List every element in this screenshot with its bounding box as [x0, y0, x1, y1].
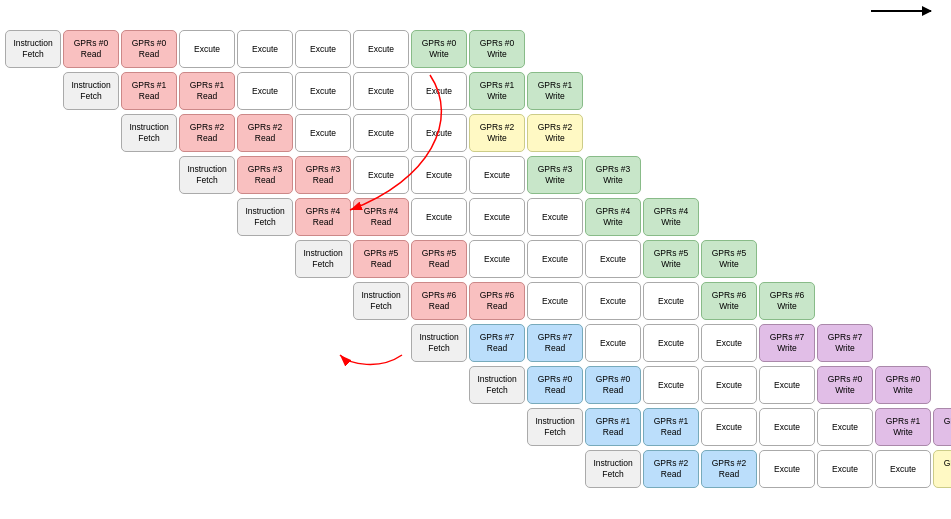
- pipeline-cell: Excute: [469, 240, 525, 278]
- pipeline-cell: Excute: [353, 114, 409, 152]
- clock-arrow-line: [871, 10, 931, 12]
- pipeline-diagram: Instruction FetchGPRs #0 ReadGPRs #0 Rea…: [0, 0, 951, 519]
- pipeline-cell: GPRs #1 Read: [585, 408, 641, 446]
- pipeline-cell: Instruction Fetch: [121, 114, 177, 152]
- pipeline-cell: Excute: [527, 282, 583, 320]
- pipeline-cell: Excute: [817, 408, 873, 446]
- pipeline-cell: GPRs #2 Write: [933, 450, 951, 488]
- pipeline-cell: GPRs #0 Write: [411, 30, 467, 68]
- pipeline-cell: Instruction Fetch: [585, 450, 641, 488]
- pipeline-cell: GPRs #0 Read: [121, 30, 177, 68]
- pipeline-cell: Excute: [817, 450, 873, 488]
- pipeline-cell: GPRs #7 Read: [469, 324, 525, 362]
- pipeline-cell: Excute: [411, 198, 467, 236]
- pipeline-cell: GPRs #5 Read: [411, 240, 467, 278]
- pipeline-cell: Excute: [585, 324, 641, 362]
- pipeline-cell: GPRs #1 Read: [121, 72, 177, 110]
- pipeline-cell: Instruction Fetch: [411, 324, 467, 362]
- pipeline-cell: Excute: [353, 156, 409, 194]
- pipeline-cell: GPRs #3 Write: [527, 156, 583, 194]
- pipeline-cell: Excute: [295, 30, 351, 68]
- pipeline-cell: Excute: [469, 198, 525, 236]
- pipeline-cell: GPRs #0 Read: [527, 366, 583, 404]
- pipeline-cell: Instruction Fetch: [179, 156, 235, 194]
- pipeline-cell: GPRs #5 Read: [353, 240, 409, 278]
- pipeline-cell: GPRs #4 Read: [295, 198, 351, 236]
- pipeline-cell: Excute: [411, 156, 467, 194]
- pipeline-cell: GPRs #2 Write: [469, 114, 525, 152]
- pipeline-cell: GPRs #6 Write: [701, 282, 757, 320]
- pipeline-cell: GPRs #7 Write: [817, 324, 873, 362]
- pipeline-cell: GPRs #0 Read: [63, 30, 119, 68]
- pipeline-cell: Excute: [295, 114, 351, 152]
- pipeline-cell: GPRs #6 Read: [411, 282, 467, 320]
- pipeline-cell: Instruction Fetch: [5, 30, 61, 68]
- pipeline-cell: Excute: [759, 450, 815, 488]
- pipeline-cell: Excute: [179, 30, 235, 68]
- pipeline-cell: Excute: [759, 408, 815, 446]
- pipeline-cell: Excute: [411, 72, 467, 110]
- pipeline-cell: Excute: [701, 408, 757, 446]
- pipeline-cell: Instruction Fetch: [237, 198, 293, 236]
- pipeline-cell: Excute: [585, 282, 641, 320]
- pipeline-cell: GPRs #3 Write: [585, 156, 641, 194]
- pipeline-cell: GPRs #0 Write: [469, 30, 525, 68]
- pipeline-cell: Instruction Fetch: [353, 282, 409, 320]
- pipeline-cell: GPRs #0 Write: [875, 366, 931, 404]
- pipeline-cell: Excute: [759, 366, 815, 404]
- pipeline-cell: Instruction Fetch: [527, 408, 583, 446]
- pipeline-cell: Excute: [701, 324, 757, 362]
- pipeline-cell: Excute: [701, 366, 757, 404]
- pipeline-cell: Excute: [527, 240, 583, 278]
- pipeline-cell: GPRs #2 Read: [179, 114, 235, 152]
- pipeline-cell: GPRs #1 Write: [469, 72, 525, 110]
- pipeline-cell: GPRs #2 Read: [701, 450, 757, 488]
- pipeline-cell: GPRs #6 Write: [759, 282, 815, 320]
- pipeline-cell: Excute: [643, 366, 699, 404]
- pipeline-cell: GPRs #5 Write: [643, 240, 699, 278]
- pipeline-cell: Excute: [411, 114, 467, 152]
- pipeline-cell: Excute: [585, 240, 641, 278]
- pipeline-cell: Excute: [469, 156, 525, 194]
- pipeline-cell: Instruction Fetch: [469, 366, 525, 404]
- pipeline-cell: GPRs #4 Write: [643, 198, 699, 236]
- pipeline-cell: GPRs #0 Write: [817, 366, 873, 404]
- pipeline-cell: Excute: [875, 450, 931, 488]
- pipeline-cell: Excute: [643, 324, 699, 362]
- pipeline-cell: GPRs #2 Read: [643, 450, 699, 488]
- pipeline-cell: GPRs #2 Read: [237, 114, 293, 152]
- pipeline-cell: GPRs #7 Write: [759, 324, 815, 362]
- pipeline-cell: GPRs #1 Read: [179, 72, 235, 110]
- pipeline-cell: GPRs #1 Read: [643, 408, 699, 446]
- pipeline-cell: Instruction Fetch: [63, 72, 119, 110]
- pipeline-cell: GPRs #1 Write: [875, 408, 931, 446]
- pipeline-cell: GPRs #7 Read: [527, 324, 583, 362]
- pipeline-cell: GPRs #1 Write: [933, 408, 951, 446]
- pipeline-cell: GPRs #4 Write: [585, 198, 641, 236]
- pipeline-cell: Excute: [237, 30, 293, 68]
- pipeline-cell: Instruction Fetch: [295, 240, 351, 278]
- pipeline-cell: GPRs #4 Read: [353, 198, 409, 236]
- pipeline-cell: GPRs #0 Read: [585, 366, 641, 404]
- pipeline-cell: Excute: [643, 282, 699, 320]
- pipeline-cell: Excute: [237, 72, 293, 110]
- clock-indicator: [867, 10, 931, 12]
- pipeline-cell: Excute: [527, 198, 583, 236]
- pipeline-cell: Excute: [353, 30, 409, 68]
- pipeline-cell: GPRs #1 Write: [527, 72, 583, 110]
- pipeline-cell: GPRs #5 Write: [701, 240, 757, 278]
- pipeline-cell: Excute: [353, 72, 409, 110]
- pipeline-cell: GPRs #3 Read: [237, 156, 293, 194]
- pipeline-cell: GPRs #2 Write: [527, 114, 583, 152]
- pipeline-cell: GPRs #6 Read: [469, 282, 525, 320]
- pipeline-cell: GPRs #3 Read: [295, 156, 351, 194]
- pipeline-cell: Excute: [295, 72, 351, 110]
